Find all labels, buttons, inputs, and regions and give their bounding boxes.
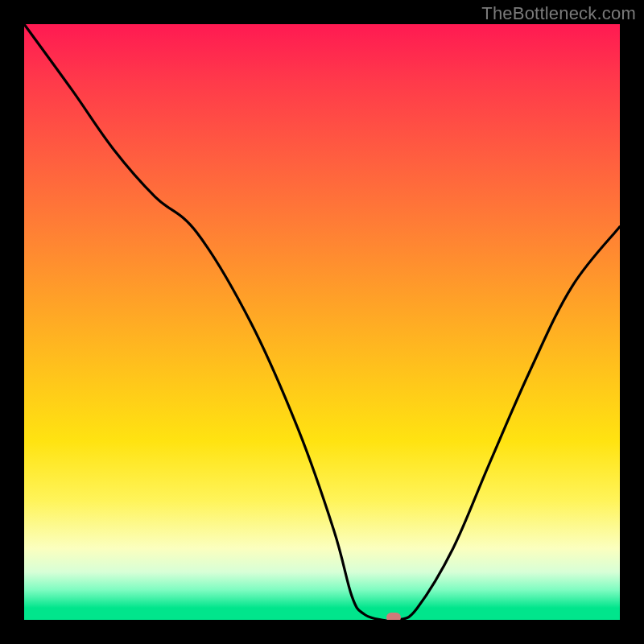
optimal-point-marker <box>386 613 401 620</box>
plot-area <box>24 24 620 620</box>
watermark-label: TheBottleneck.com <box>481 3 636 24</box>
chart-frame: TheBottleneck.com <box>0 0 644 644</box>
bottleneck-curve-path <box>24 24 620 620</box>
bottleneck-curve-svg <box>24 24 620 620</box>
